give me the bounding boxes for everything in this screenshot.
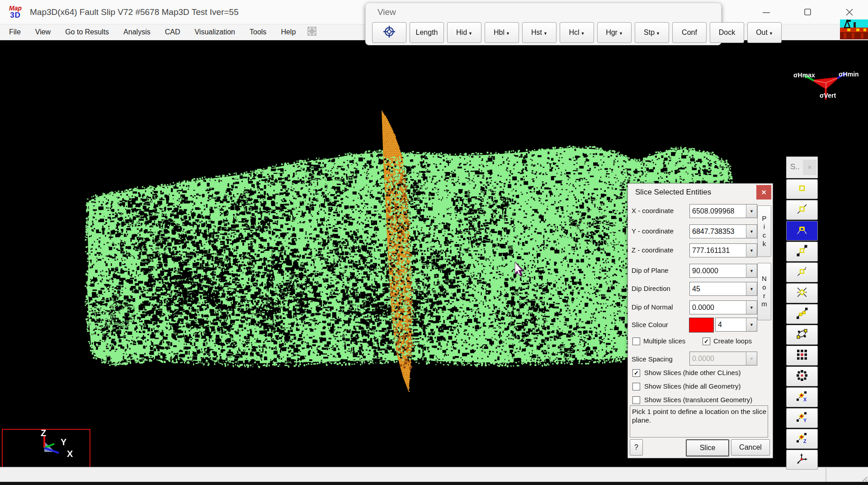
axis-label-y: Y (61, 437, 66, 447)
menu-item-analysis[interactable]: Analysis (118, 26, 156, 38)
close-button[interactable] (839, 3, 860, 21)
menu-item-file[interactable]: File (4, 26, 26, 38)
status-bar (0, 467, 868, 483)
menu-item-view[interactable]: View (30, 26, 56, 38)
show-slices-checkbox-2[interactable] (632, 383, 640, 390)
menu-item-tools[interactable]: Tools (244, 26, 272, 38)
norm-button[interactable]: Norm (757, 263, 771, 320)
view-tool-globe-button[interactable] (372, 22, 406, 43)
view-tool-hcl-button[interactable]: Hcl▼ (560, 22, 594, 43)
slice-colour-swatch[interactable] (689, 318, 714, 333)
menu-grid-icon[interactable] (307, 27, 316, 38)
circle-points-button[interactable] (786, 366, 818, 386)
snap-endpoint-button[interactable] (786, 242, 818, 262)
dip-direction-label: Dip Direction (632, 282, 670, 295)
dip-direction-combo[interactable]: 45▼ (689, 282, 757, 296)
view-tool-hbl-button[interactable]: Hbl▼ (485, 22, 519, 43)
z-coordinate-combo[interactable]: 777.161131▼ (689, 243, 757, 257)
slice-dialog-close-button[interactable]: ✕ (756, 185, 771, 200)
maximize-button[interactable] (797, 3, 818, 21)
curve-points-icon (796, 307, 808, 321)
multiple-slices-checkbox[interactable] (632, 338, 640, 345)
dip-of-plane-combo[interactable]: 90.0000▼ (689, 264, 757, 278)
axis-label-x: X (67, 449, 73, 459)
axis-lock-y-button[interactable]: Y (786, 408, 818, 428)
snap-intersection-icon (796, 286, 808, 300)
chevron-down-icon[interactable]: ▼ (746, 301, 757, 314)
menu-item-cad[interactable]: CAD (160, 26, 186, 38)
ellipse-points-button[interactable] (786, 325, 818, 345)
minimize-button[interactable] (756, 3, 777, 21)
chevron-down-icon[interactable]: ▼ (746, 225, 757, 238)
axes-origin-button[interactable] (786, 450, 818, 470)
view-tool-hid-button[interactable]: Hid▼ (447, 22, 481, 43)
view-tool-dock-button[interactable]: Dock (710, 22, 744, 43)
view-tool-hgr-button[interactable]: Hgr▼ (597, 22, 632, 43)
menu-item-visualization[interactable]: Visualization (189, 26, 241, 38)
slice-spacing-combo: 0.0000▼ (689, 352, 757, 366)
axis-lock-z-icon: Z (796, 432, 808, 446)
view-tool-length-button[interactable]: Length (410, 22, 444, 43)
y-coordinate-combo[interactable]: 6847.738353▼ (689, 224, 757, 238)
stress-label-vert: σVert (820, 92, 836, 99)
show-slices-checkbox-1[interactable]: ✓ (632, 369, 640, 377)
y-coordinate-label: Y - coordinate (632, 224, 674, 238)
snap-nearest-button[interactable] (786, 262, 818, 282)
create-loops-label: Create loops (713, 337, 752, 345)
axis-lock-x-icon: X (796, 390, 808, 404)
snap-toolbar-close-button[interactable]: ✕ (803, 160, 816, 175)
chevron-down-icon[interactable]: ▼ (746, 204, 757, 218)
chevron-down-icon: ▼ (581, 31, 585, 36)
snap-intersection-button[interactable] (786, 283, 818, 303)
chevron-down-icon[interactable]: ▼ (746, 282, 757, 295)
show-slices-label-1: Show Slices (hide other CLines) (644, 369, 741, 376)
snap-toolbar-buttons: XYZ (786, 179, 818, 470)
snap-toolbar-header[interactable]: S.. ✕ (786, 157, 818, 178)
menu-item-go-to-results[interactable]: Go to Results (60, 26, 114, 38)
dip-of-normal-label: Dip of Normal (632, 300, 673, 314)
snap-midpoint-button[interactable] (786, 200, 818, 220)
dip-of-normal-combo[interactable]: 0.0000▼ (689, 300, 757, 314)
show-slices-label-2: Show Slices (hide all Geometry) (644, 382, 741, 390)
view-tool-out-button[interactable]: Out▼ (747, 22, 782, 43)
chevron-down-icon: ▼ (468, 31, 472, 36)
chevron-down-icon: ▼ (506, 31, 510, 36)
slice-colour-combo[interactable]: 4▼ (715, 318, 757, 332)
cancel-button[interactable]: Cancel (731, 439, 770, 456)
resize-grip[interactable] (826, 468, 868, 483)
snap-point-icon (796, 182, 808, 196)
slice-button[interactable]: Slice (686, 439, 729, 456)
show-slices-checkbox-3[interactable] (632, 396, 640, 404)
curve-points-button[interactable] (786, 304, 818, 324)
multiple-slices-label: Multiple slices (643, 337, 685, 345)
snap-toolbar: S.. ✕ XYZ (786, 157, 818, 470)
chevron-down-icon: ▼ (619, 31, 623, 36)
stress-label-hmin: σHmin (839, 71, 859, 78)
snap-entity-button[interactable] (786, 221, 818, 241)
view-tool-hst-button[interactable]: Hst▼ (522, 22, 557, 43)
menu-item-help[interactable]: Help (275, 26, 301, 38)
mine-headframe-icon (840, 19, 868, 41)
create-loops-checkbox[interactable]: ✓ (703, 338, 710, 345)
grid-points-button[interactable] (786, 346, 818, 366)
stress-label-hmax: σHmax (793, 71, 815, 79)
maximize-icon (803, 7, 813, 17)
chevron-down-icon[interactable]: ▼ (746, 264, 757, 277)
help-button[interactable]: ? (630, 439, 643, 456)
view-tool-conf-button[interactable]: Conf (672, 22, 707, 43)
crosshair-globe-icon (383, 25, 396, 40)
x-coordinate-combo[interactable]: 6508.099968▼ (689, 204, 757, 218)
view-tool-stp-button[interactable]: Stp▼ (635, 22, 669, 43)
pick-button[interactable]: Pick (757, 205, 771, 257)
slice-colour-label: Slice Colour (632, 318, 668, 331)
window-title: Map3D(x64) Fault Slip V72 #5678 Map3D Te… (30, 7, 239, 17)
z-coordinate-label: Z - coordinate (632, 243, 674, 257)
chevron-down-icon: ▼ (656, 31, 660, 36)
slice-dialog-message: Pick 1 point to define a location on the… (630, 405, 768, 437)
chevron-down-icon[interactable]: ▼ (746, 244, 757, 257)
axis-lock-x-button[interactable]: X (786, 387, 818, 407)
axis-lock-z-button[interactable]: Z (786, 429, 818, 449)
chevron-down-icon: ▼ (769, 31, 773, 36)
snap-point-button[interactable] (786, 179, 818, 199)
chevron-down-icon: ▼ (543, 31, 547, 36)
